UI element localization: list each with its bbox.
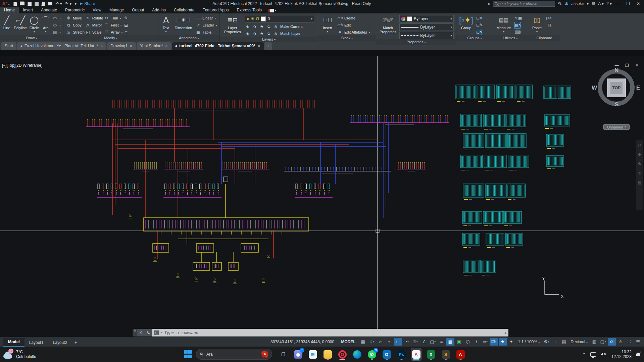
status-object-snap-tracking-icon[interactable]: ∠ [420, 338, 428, 346]
command-input[interactable]: >_ ▾ Type a command ▲ [152, 329, 508, 337]
whatsapp-app-icon[interactable]: ✆3 [367, 348, 377, 360]
weather-widget[interactable]: 1 7°C Çok bulutlu [0, 350, 181, 359]
units-control[interactable]: Decimal ▾ [568, 340, 590, 344]
edit-block-button[interactable]: ▱✎Edit [337, 22, 370, 28]
close-button[interactable]: ✕ [635, 1, 642, 6]
make-current-button[interactable]: ⬖⬗⬘⬙≋Make Current [245, 23, 315, 30]
edit-attributes-button[interactable]: ❖Edit Attributes▾ [337, 29, 370, 35]
view-cube[interactable]: N S W E TOP [598, 69, 635, 106]
hatch-button[interactable]: ▨▾ [52, 29, 61, 35]
photoshop-app-icon[interactable]: Ps [396, 348, 406, 360]
status-lock-ui-icon[interactable]: ▢▾ [599, 338, 607, 346]
insert-block-button[interactable]: ▱⃝Insert▾ [320, 14, 335, 34]
network-display-icon[interactable] [590, 352, 596, 357]
status-selection-cycling-icon[interactable]: ▣ [455, 338, 463, 346]
status-selection-filtering-icon[interactable]: ▱▾ [481, 338, 489, 346]
status-units-ruler-icon[interactable]: ▤ [560, 338, 568, 346]
edge-app-icon[interactable] [352, 348, 362, 360]
command-history-icon[interactable]: ▲ [505, 331, 506, 334]
viewport-label[interactable]: [−][Top][2D Wireframe] [2, 63, 42, 68]
stretch-button[interactable]: ⇲Stretch [66, 29, 85, 35]
status-gizmo-icon[interactable]: ⛋▾ [490, 338, 498, 346]
table-button[interactable]: ▦Table [196, 29, 217, 35]
point-style-button[interactable]: ▩↖ [515, 22, 520, 28]
status-snap-mode-icon[interactable]: ⁙▾ [368, 338, 376, 346]
new-file-icon[interactable] [13, 2, 17, 6]
layer-select-combo[interactable]: ● ☀ ⊓ 0 ▾ [245, 15, 314, 22]
array-button[interactable]: ⠿Array▾ [104, 29, 122, 35]
status-snap-reference-icon[interactable]: + [385, 338, 393, 346]
autocad-logo-icon[interactable]: AE ▾ [0, 0, 11, 8]
line-button[interactable]: ╱Line [2, 14, 11, 30]
linetype-combo[interactable]: ByLayer▾ [399, 32, 454, 39]
tray-overflow-icon[interactable]: ⌃ [582, 352, 586, 357]
move-button[interactable]: ✥Move [66, 15, 85, 21]
chat-app-icon[interactable]: ◉1 [293, 348, 303, 360]
app-store-cart-icon[interactable]: 🛒︎ [591, 1, 595, 6]
model-space-toggle[interactable]: MODEL [338, 340, 358, 344]
polyline-button[interactable]: ⌐╱Polyline [14, 14, 27, 30]
file-tab-close-icon[interactable]: ✕ [165, 44, 168, 48]
panel-label-clipboard[interactable]: Clipboard [528, 35, 560, 41]
status-autoscale-icon[interactable]: ✦ [507, 338, 515, 346]
explode-button[interactable]: ⬓ [123, 22, 129, 28]
qat-customize-icon[interactable]: ▾ [75, 1, 77, 6]
match-layer-button[interactable]: ⬖⬗⬘⬙≋Match Layer [245, 31, 315, 37]
volume-muted-icon[interactable]: ✕ [601, 352, 607, 357]
status-isodraft-icon[interactable]: ⧖▾ [411, 338, 419, 346]
microsoft-store-app-icon[interactable]: ⊞ [308, 348, 318, 360]
file-tab[interactable]: Start [1, 42, 16, 50]
copy-clip-button[interactable]: ▯▯ [546, 22, 551, 28]
file-tab[interactable]: Drawing1✕ [107, 42, 136, 50]
clock[interactable]: 10:32 12.12.2023 [611, 350, 632, 359]
layout-tab-layout1[interactable]: Layout1 [24, 339, 48, 347]
search-icon[interactable]: 🔍︎ [558, 1, 562, 6]
status-properties-palette-icon[interactable]: ▥ [590, 338, 598, 346]
orbit-icon[interactable]: ↻ [638, 171, 641, 176]
panel-label-annotation[interactable]: Annotation ▾ [158, 35, 219, 41]
status-dynamic-input-icon[interactable]: ⌐ [377, 338, 385, 346]
zoom-extents-icon[interactable]: 🔍︎ [638, 162, 642, 166]
file-tab-close-icon[interactable]: ✕ [100, 44, 103, 48]
excel-app-icon[interactable]: X [426, 348, 436, 360]
print-icon[interactable] [48, 2, 52, 5]
ellipse-button[interactable]: ⬭▾ [52, 22, 61, 28]
layout-tab-layout2[interactable]: Layout2 [48, 339, 72, 347]
quick-select-button[interactable]: ↖▦ [515, 15, 520, 21]
viewcube-west[interactable]: W [592, 85, 597, 91]
showmotion-icon[interactable]: ▤ [638, 180, 641, 185]
notification-bell-icon[interactable] [636, 353, 640, 356]
viewcube-top-face[interactable]: TOP [607, 79, 626, 97]
status-customization-plus-icon[interactable]: ＋ [551, 338, 559, 346]
status-clean-screen-icon[interactable]: ⛶ [625, 338, 633, 346]
trim-button[interactable]: ✂Trim▾ [104, 15, 122, 21]
viewcube-east[interactable]: E [636, 85, 640, 91]
panel-label-utilities[interactable]: Utilities ▾ [493, 35, 528, 41]
panel-label-block[interactable]: Block ▾ [318, 35, 376, 41]
status-lineweight-icon[interactable]: ≡ [438, 338, 446, 346]
sublime-text-app-icon[interactable]: S [441, 348, 451, 360]
status-customization-menu-icon[interactable]: ☰ [634, 338, 642, 346]
expand-search-icon[interactable]: ▸ [488, 1, 490, 6]
command-close-icon[interactable]: ✕ [139, 330, 142, 335]
panel-label-properties[interactable]: Properties ▾ [376, 39, 456, 45]
share-button[interactable]: Share [80, 1, 95, 6]
file-tab[interactable]: 🔒︎turkcel -4702 Elekt...Tekhat Şeması v0… [172, 42, 264, 50]
undo-icon[interactable]: ↶ ▾ [55, 1, 62, 6]
offset-button[interactable]: ⊂ [123, 29, 129, 35]
acrobat-app-icon[interactable]: A [455, 348, 465, 360]
paste-button[interactable]: ▯▯Paste▾ [531, 14, 543, 34]
scale-button[interactable]: ◱Scale [85, 29, 103, 35]
file-tab-close-icon[interactable]: ✕ [257, 44, 260, 48]
status-grid-display-icon[interactable]: ▦ [359, 338, 367, 346]
status-annotation-visibility-icon[interactable]: ★ [499, 338, 507, 346]
navigation-bar[interactable]: ◎ ✥ 🔍︎ ↻ ▤ [636, 140, 643, 210]
layer-on-icon[interactable]: ● [247, 16, 249, 21]
erase-button[interactable]: ✎ [123, 15, 129, 21]
layout-tab-model[interactable]: Model [3, 338, 24, 347]
ribbon-tab-parametric[interactable]: Parametric [61, 7, 89, 13]
ribbon-tab-annotate[interactable]: Annotate [37, 7, 61, 13]
match-properties-button[interactable]: ⎚✐Match Properties [379, 14, 397, 34]
ribbon-tab-add-ins[interactable]: Add-ins [148, 7, 170, 13]
panel-label-groups[interactable]: Groups ▾ [456, 35, 493, 41]
